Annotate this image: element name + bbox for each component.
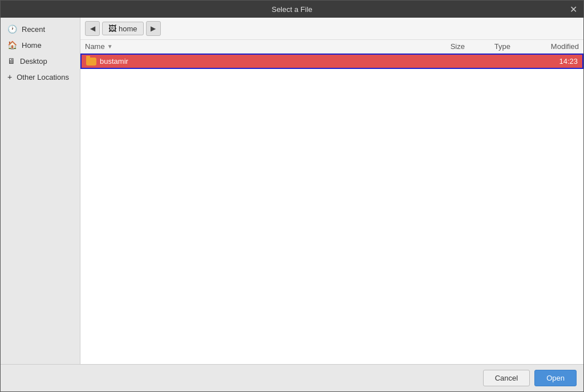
open-button[interactable]: Open: [534, 370, 577, 386]
table-header: Name ▼ Size Type Modified: [80, 40, 583, 54]
recent-icon: 🕐: [7, 24, 17, 34]
main-panel: ◀ 🖼 home ▶ Name ▼ Size Type Modified: [80, 18, 583, 364]
folder-icon: [86, 58, 96, 66]
sidebar-label-recent: Recent: [22, 25, 45, 34]
table-row[interactable]: bustamir 14:23: [80, 54, 583, 69]
content-area: 🕐 Recent 🏠 Home 🖥 Desktop + Other Locati…: [1, 18, 583, 364]
column-type: Type: [465, 42, 510, 51]
file-name-cell: bustamir: [86, 57, 418, 66]
sidebar-item-other-locations[interactable]: + Other Locations: [1, 69, 80, 85]
forward-button[interactable]: ▶: [146, 21, 161, 36]
back-button[interactable]: ◀: [85, 21, 100, 36]
sidebar-item-home[interactable]: 🏠 Home: [1, 37, 80, 53]
cancel-button[interactable]: Cancel: [483, 370, 530, 386]
close-button[interactable]: ✕: [567, 3, 579, 15]
sidebar: 🕐 Recent 🏠 Home 🖥 Desktop + Other Locati…: [1, 18, 80, 364]
file-table: Name ▼ Size Type Modified bustamir 14:23: [80, 40, 583, 364]
dialog-title: Select a File: [17, 5, 567, 14]
sidebar-item-recent[interactable]: 🕐 Recent: [1, 21, 80, 37]
other-locations-icon: +: [7, 72, 12, 81]
sidebar-item-desktop[interactable]: 🖥 Desktop: [1, 53, 80, 69]
sidebar-label-home: Home: [22, 41, 42, 50]
bottom-bar: Cancel Open: [1, 364, 583, 391]
home-icon: 🏠: [7, 40, 17, 50]
file-name-text: bustamir: [100, 57, 128, 66]
file-modified: 14:23: [509, 57, 578, 66]
sidebar-label-other-locations: Other Locations: [17, 73, 69, 81]
column-name: Name ▼: [85, 42, 419, 51]
column-size: Size: [419, 42, 465, 51]
location-label: home: [119, 24, 137, 33]
column-modified: Modified: [510, 42, 579, 51]
title-bar: Select a File ✕: [1, 1, 583, 18]
location-breadcrumb: 🖼 home: [102, 22, 144, 35]
location-folder-icon: 🖼: [108, 24, 116, 33]
sidebar-label-desktop: Desktop: [20, 57, 47, 66]
dialog-window: Select a File ✕ 🕐 Recent 🏠 Home 🖥 Deskto…: [0, 0, 584, 392]
desktop-icon: 🖥: [7, 56, 15, 66]
toolbar: ◀ 🖼 home ▶: [80, 18, 583, 40]
sort-arrow-icon: ▼: [107, 43, 113, 50]
